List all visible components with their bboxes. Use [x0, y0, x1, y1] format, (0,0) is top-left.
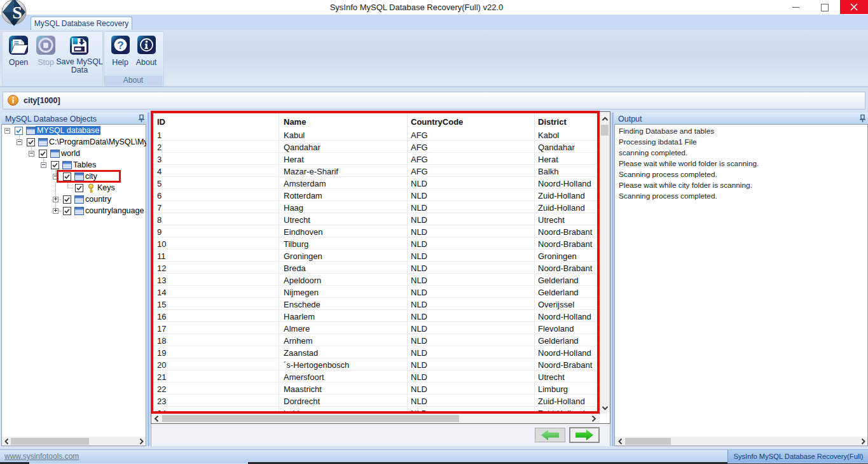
svg-text:S: S: [12, 3, 22, 22]
svg-text:?: ?: [117, 39, 123, 52]
